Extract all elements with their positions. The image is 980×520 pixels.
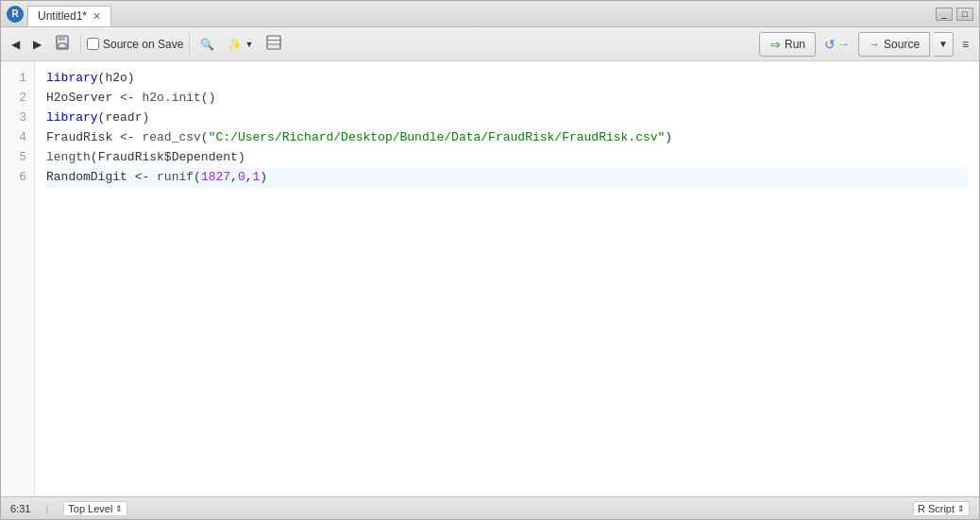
file-type-label: R Script (918, 503, 955, 514)
var-fraudrisk-2: FraudRisk (98, 150, 164, 164)
status-right: R Script ⇕ (913, 501, 970, 516)
run-label: Run (785, 38, 805, 51)
paren-close-5: ) (238, 150, 245, 164)
var-dependent: Dependent (172, 150, 238, 164)
tab-label: Untitled1* (38, 9, 87, 23)
status-left: 6:31 | Top Level ⇕ (10, 501, 127, 516)
comma-1: , (230, 170, 238, 184)
more-options-icon: ≡ (962, 38, 969, 51)
save-button[interactable] (50, 32, 75, 57)
scope-selector[interactable]: Top Level ⇕ (63, 501, 127, 516)
file-type-dropdown-icon: ⇕ (957, 504, 965, 513)
line-numbers: 1 2 3 4 5 6 (1, 61, 35, 496)
assign-op-4: <- (112, 130, 142, 144)
source-button[interactable]: → Source (858, 32, 930, 57)
svg-rect-3 (267, 36, 280, 49)
code-line-5: length(FraudRisk$Dependent) (46, 148, 968, 168)
rerun-arrow-icon: → (838, 38, 850, 51)
separator-1 (80, 34, 81, 55)
window-controls: _ □ (936, 8, 973, 21)
arg-readr: readr (105, 110, 142, 125)
var-h2oserver: H2oServer (46, 91, 112, 105)
num-1827: 1827 (201, 170, 230, 184)
status-bar: 6:31 | Top Level ⇕ R Script ⇕ (1, 496, 979, 519)
back-button[interactable]: ◀ (7, 32, 25, 57)
run-button[interactable]: ⇒ Run (759, 32, 816, 57)
line-num-6: 6 (1, 168, 34, 188)
paren-close-1: ) (127, 71, 135, 85)
line-num-2: 2 (1, 89, 34, 109)
source-on-save-label: Source on Save (103, 38, 183, 51)
run-icon: ⇒ (769, 37, 781, 52)
fn-h2o-init: h2o.init (142, 91, 200, 105)
rstudio-editor-window: R Untitled1* ✕ _ □ ◀ ▶ (0, 0, 980, 520)
paren-h2oinit: () (201, 91, 216, 105)
paren-open-6: ( (194, 170, 201, 184)
back-icon: ◀ (11, 38, 20, 51)
paren-open-4: ( (201, 130, 209, 144)
code-line-2: H2oServer <- h2o.init() (46, 89, 968, 109)
comma-2: , (245, 170, 253, 184)
paren-close-4: ) (665, 130, 672, 144)
code-line-4: FraudRisk <- read_csv("C:/Users/Richard/… (46, 128, 968, 148)
dropdown-arrow-icon: ▼ (245, 40, 253, 49)
status-sep-1: | (45, 503, 48, 514)
save-icon (55, 35, 70, 53)
scope-dropdown-icon: ⇕ (115, 504, 123, 513)
line-num-3: 3 (1, 109, 34, 128)
line-num-4: 4 (1, 128, 34, 148)
source-dropdown-icon: ▼ (938, 39, 948, 49)
source-on-save-checkbox[interactable] (87, 38, 99, 50)
minimize-button[interactable]: _ (936, 8, 953, 21)
svg-rect-2 (59, 43, 66, 48)
more-options-button[interactable]: ≡ (957, 32, 973, 57)
grid-icon (266, 35, 281, 53)
paren-close-3: ) (142, 110, 149, 125)
source-label: Source (884, 38, 920, 51)
line-num-5: 5 (1, 148, 34, 168)
editor-tab[interactable]: Untitled1* ✕ (27, 6, 111, 26)
line-num-1: 1 (1, 69, 34, 89)
search-button[interactable]: 🔍 (195, 32, 219, 57)
separator-2 (189, 34, 190, 55)
cursor-position: 6:31 (10, 503, 30, 514)
magic-wand-icon: ✨ (228, 38, 242, 51)
code-line-6: RandomDigit <- runif(1827,0,1) (46, 168, 968, 188)
source-on-save-toggle[interactable]: Source on Save (87, 38, 183, 51)
paren-close-6: ) (260, 170, 267, 184)
str-filepath: "C:/Users/Richard/Desktop/Bundle/Data/Fr… (209, 130, 666, 144)
var-randomdigit: RandomDigit (46, 170, 127, 184)
tab-close-icon[interactable]: ✕ (93, 10, 101, 23)
rerun-button[interactable]: ↺ → (819, 32, 854, 57)
svg-rect-1 (59, 36, 65, 41)
num-0: 0 (238, 170, 245, 184)
editor-toolbar: ◀ ▶ Source on Save 🔍 ✨ (1, 27, 979, 61)
toolbar-right: ⇒ Run ↺ → → Source ▼ ≡ (759, 32, 973, 57)
file-type-selector[interactable]: R Script ⇕ (913, 501, 970, 516)
grid-button[interactable] (262, 32, 286, 57)
fn-runif: runif (157, 170, 194, 184)
editor-area: 1 2 3 4 5 6 library(h2o) H2oServer <- h2… (1, 61, 979, 496)
fn-read-csv: read_csv (142, 130, 200, 144)
source-dropdown-button[interactable]: ▼ (934, 32, 954, 57)
assign-op-2: <- (112, 91, 142, 105)
code-editor[interactable]: library(h2o) H2oServer <- h2o.init() lib… (35, 61, 979, 496)
assign-op-6: <- (127, 170, 157, 184)
keyword-library-1: library (46, 71, 98, 85)
search-icon: 🔍 (200, 38, 214, 51)
magic-wand-button[interactable]: ✨ ▼ (223, 32, 258, 57)
var-fraudrisk: FraudRisk (46, 130, 112, 144)
arg-h2o: h2o (105, 71, 127, 85)
code-line-3: library(readr) (46, 109, 968, 128)
source-arrow-icon: → (869, 38, 880, 51)
forward-icon: ▶ (33, 38, 42, 51)
fn-length: length (46, 150, 91, 164)
maximize-button[interactable]: □ (956, 8, 973, 21)
rerun-icon: ↺ (824, 37, 836, 52)
keyword-library-3: library (46, 110, 98, 125)
title-bar: R Untitled1* ✕ _ □ (1, 1, 979, 27)
forward-button[interactable]: ▶ (28, 32, 46, 57)
code-line-1: library(h2o) (46, 69, 968, 89)
title-bar-left: R Untitled1* ✕ (7, 2, 936, 26)
dollar-sign: $ (164, 150, 172, 164)
